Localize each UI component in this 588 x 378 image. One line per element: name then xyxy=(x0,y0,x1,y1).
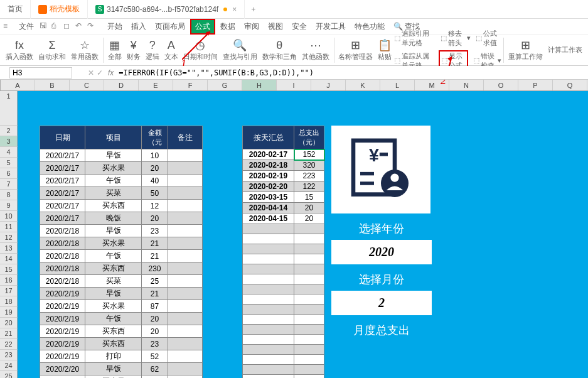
table-row[interactable]: 2020/2/19买水果87 xyxy=(40,300,203,313)
cell[interactable] xyxy=(294,345,324,355)
cell[interactable]: 23 xyxy=(142,338,168,350)
new-tab-button[interactable]: + xyxy=(245,5,262,14)
ribbon-all[interactable]: ▦全部 xyxy=(105,38,124,62)
cell[interactable] xyxy=(294,335,324,345)
table-row[interactable]: 2020-02-18320 xyxy=(243,160,324,171)
cell[interactable] xyxy=(294,274,324,284)
cell[interactable]: 12 xyxy=(142,200,168,212)
cell[interactable] xyxy=(243,375,294,379)
cell[interactable]: 打印 xyxy=(85,350,142,363)
ribbon-math[interactable]: θ数学和三角 xyxy=(260,39,299,62)
cell[interactable]: 买东西 xyxy=(85,325,142,338)
cell[interactable]: 23 xyxy=(142,225,168,237)
cell[interactable] xyxy=(294,234,324,244)
table-row[interactable] xyxy=(243,234,324,244)
menu-security[interactable]: 安全 xyxy=(288,20,311,33)
col-header-L[interactable]: L xyxy=(380,80,415,90)
cell[interactable] xyxy=(168,250,203,262)
col-header-E[interactable]: E xyxy=(139,80,173,90)
table-row[interactable]: 2020/2/18买水果21 xyxy=(40,237,203,250)
cell[interactable]: 62 xyxy=(142,363,168,375)
cell[interactable] xyxy=(168,300,203,313)
row-header-12[interactable]: 12 xyxy=(0,232,18,243)
cell[interactable] xyxy=(168,350,203,363)
cell[interactable] xyxy=(168,338,203,350)
save-icon[interactable]: 🖫 xyxy=(40,21,50,31)
cell[interactable]: 152 xyxy=(294,149,324,160)
cell[interactable] xyxy=(294,284,324,294)
cell[interactable]: 320 xyxy=(294,160,324,171)
row-header-1[interactable]: 1 xyxy=(0,91,18,126)
cell[interactable] xyxy=(168,200,203,212)
cell[interactable]: 10 xyxy=(142,149,168,162)
table-row[interactable]: 2020/2/19打印52 xyxy=(40,350,203,363)
trace-ref-button[interactable]: ⬚ 追踪引用单元格 xyxy=(394,29,436,48)
table-row[interactable]: 2020/2/17买东西12 xyxy=(40,200,203,212)
cell[interactable] xyxy=(294,244,324,254)
ribbon-autosum[interactable]: Σ自动求和 xyxy=(36,39,68,62)
row-header-5[interactable]: 5 xyxy=(0,158,18,168)
row-header-19[interactable]: 19 xyxy=(0,307,18,318)
table-row[interactable] xyxy=(243,244,324,254)
cell[interactable]: 2020/2/18 xyxy=(40,250,85,262)
cell[interactable] xyxy=(294,355,324,365)
table-row[interactable]: 2020/2/17买菜50 xyxy=(40,187,203,200)
cell[interactable]: 21 xyxy=(142,288,168,300)
cell[interactable] xyxy=(243,254,294,264)
cell[interactable]: 20 xyxy=(142,313,168,325)
table-row[interactable]: 2020/2/18买菜25 xyxy=(40,275,203,288)
month-selector[interactable]: 2 xyxy=(331,291,432,315)
row-header-14[interactable]: 14 xyxy=(0,254,18,264)
table-row[interactable]: 2020/2/17早饭10 xyxy=(40,149,203,162)
cell[interactable]: 买东西 xyxy=(85,262,142,275)
cell[interactable]: 87 xyxy=(142,300,168,313)
cell[interactable] xyxy=(243,315,294,325)
ribbon-names[interactable]: ⊞名称管理器 xyxy=(336,38,375,62)
menu-layout[interactable]: 页面布局 xyxy=(151,20,189,33)
cell[interactable]: 2020/2/19 xyxy=(40,300,85,313)
cell[interactable]: 20 xyxy=(294,213,324,224)
formula-input[interactable] xyxy=(116,68,588,77)
table-row[interactable] xyxy=(243,345,324,355)
cell[interactable]: 2020/2/20 xyxy=(40,375,85,379)
row-header-20[interactable]: 20 xyxy=(0,318,18,328)
menu-review[interactable]: 审阅 xyxy=(240,20,263,33)
cell[interactable]: 买水果 xyxy=(85,162,142,175)
cell[interactable] xyxy=(294,315,324,325)
cell[interactable]: 午饭 xyxy=(85,175,142,187)
cell[interactable]: 早饭 xyxy=(85,149,142,162)
table-row[interactable] xyxy=(243,224,324,234)
cell[interactable] xyxy=(168,149,203,162)
ribbon-paste[interactable]: 📋粘贴 xyxy=(375,38,394,62)
redo-icon[interactable]: ↷ xyxy=(87,21,97,31)
table-row[interactable] xyxy=(243,305,324,315)
table-row[interactable] xyxy=(243,264,324,274)
cell[interactable] xyxy=(294,305,324,315)
ribbon-datetime[interactable]: ◷日期和时间 xyxy=(181,38,220,62)
cell[interactable] xyxy=(168,225,203,237)
col-header-M[interactable]: M xyxy=(415,80,449,90)
calc-value-button[interactable]: ⬚ 公式求值 xyxy=(476,29,501,48)
cell[interactable] xyxy=(243,224,294,234)
table-row[interactable]: 2020-04-1420 xyxy=(243,203,324,213)
table-row[interactable]: 2020/2/19买东西20 xyxy=(40,325,203,338)
cell[interactable]: 买水果 xyxy=(85,375,142,379)
table-row[interactable] xyxy=(243,355,324,365)
ribbon-insert-fn[interactable]: fx插入函数 xyxy=(3,39,36,62)
table-row[interactable] xyxy=(243,294,324,305)
cell[interactable]: 早饭 xyxy=(85,225,142,237)
ribbon-finance[interactable]: ¥财务 xyxy=(124,39,143,62)
cell[interactable]: 2020/2/17 xyxy=(40,200,85,212)
cell[interactable] xyxy=(243,264,294,274)
cell[interactable]: 晚饭 xyxy=(85,212,142,225)
cell[interactable] xyxy=(243,274,294,284)
row-header-18[interactable]: 18 xyxy=(0,296,18,307)
row-header-17[interactable]: 17 xyxy=(0,286,18,296)
cell[interactable]: 2020/2/18 xyxy=(40,275,85,288)
table-row[interactable]: 2020/2/19买东西23 xyxy=(40,338,203,350)
table-row[interactable] xyxy=(243,375,324,379)
cell[interactable]: 223 xyxy=(294,171,324,181)
row-header-25[interactable]: 25 xyxy=(0,371,18,378)
cell[interactable]: 2020-02-17 xyxy=(243,149,294,160)
row-header-23[interactable]: 23 xyxy=(0,350,18,360)
